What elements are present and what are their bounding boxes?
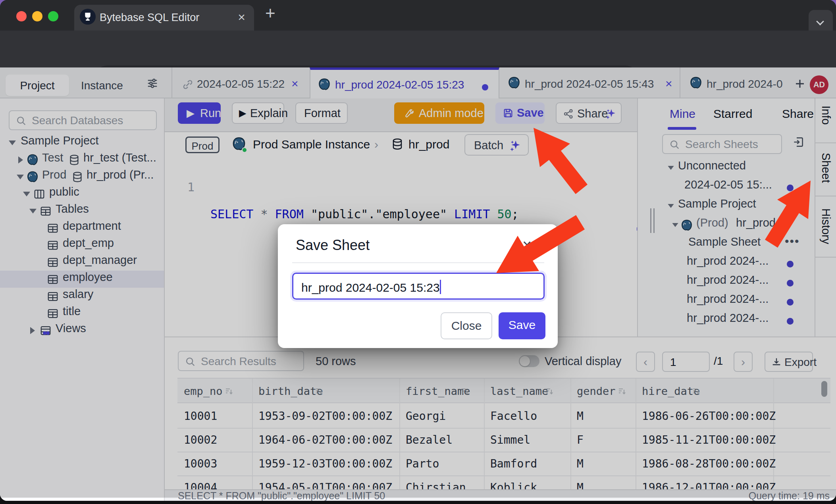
- chevron-down-icon: [816, 17, 824, 25]
- dialog-close-button[interactable]: Close: [441, 312, 492, 339]
- mac-minimize-button[interactable]: [32, 11, 42, 21]
- new-tab-icon[interactable]: +: [265, 3, 275, 23]
- mac-zoom-button[interactable]: [48, 11, 58, 21]
- chrome-tab-strip: Bytebase SQL Editor × +: [0, 0, 836, 31]
- mac-close-button[interactable]: [16, 11, 27, 21]
- dialog-save-button[interactable]: Save: [499, 312, 545, 339]
- chrome-tab[interactable]: Bytebase SQL Editor ×: [74, 5, 254, 31]
- text-cursor: [440, 280, 441, 294]
- dialog-divider: [292, 262, 544, 263]
- sheet-name-input[interactable]: hr_prod 2024-02-05 15:23: [292, 273, 545, 300]
- save-sheet-dialog: Save Sheet × hr_prod 2024-02-05 15:23 Cl…: [278, 224, 558, 348]
- chrome-tab-title: Bytebase SQL Editor: [100, 12, 199, 24]
- browser-window: Bytebase SQL Editor × + ← → ⟳ localhost:…: [0, 0, 836, 501]
- bytebase-favicon: [80, 9, 96, 25]
- chrome-toolbar: ← → ⟳ localhost:8080/sql-editor/prod-sam…: [0, 31, 836, 67]
- dialog-close-icon[interactable]: ×: [522, 236, 532, 254]
- chrome-tab-close-icon[interactable]: ×: [238, 10, 245, 25]
- dialog-title: Save Sheet: [296, 237, 370, 254]
